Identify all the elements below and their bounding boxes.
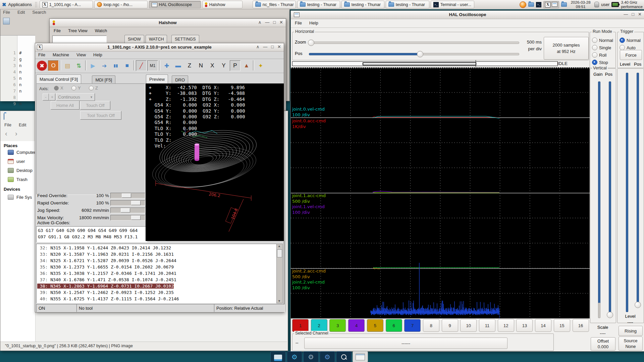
vertical-pos-slider[interactable] [609,81,611,315]
override-slider[interactable] [110,193,145,198]
halshow-tab-show[interactable]: SHOW [124,35,144,43]
zoom-slider[interactable] [309,42,519,44]
scope-menu-file[interactable]: File [295,20,302,25]
gain-slider-lower[interactable] [598,303,600,318]
channel-button-15[interactable]: 15 [554,319,570,332]
channel-button-11[interactable]: 11 [479,319,495,332]
stop-icon[interactable]: ■ [122,60,132,71]
sidebar-item-desktop[interactable]: Desktop [8,168,33,173]
home-all-button[interactable]: Home All [51,101,79,110]
run-mode-normal[interactable]: Normal [592,38,613,43]
user-menu[interactable]: user [601,2,609,7]
channel-button-5[interactable]: 5 [367,319,383,332]
scope-menu-help[interactable]: Help [309,20,318,25]
editor-toolbar-icon[interactable] [3,18,10,24]
trigger-mode-normal[interactable]: Normal [620,38,641,43]
samples-button[interactable]: 2000 samplesat 952 Hz [544,37,589,60]
trigger-edge-button[interactable]: Rising [619,326,643,336]
channel-button-4[interactable]: 4 [348,319,365,332]
halshow-tab-settings[interactable]: SETTINGS [171,35,199,43]
trigger-pos-slider-handle[interactable] [635,302,641,308]
jog-minus-button[interactable]: - [43,94,49,101]
halshow-menu-file[interactable]: File [54,28,61,33]
editor-menu-search[interactable]: Search [32,10,46,15]
trigger-mode-auto[interactable]: Auto [620,45,636,50]
axis-menu-machine[interactable]: Machine [53,52,69,57]
run-mode-roll[interactable]: Roll [592,52,606,58]
zoom-out-icon[interactable]: ▬ [173,60,183,71]
tray-terminal-icon[interactable]: >_ [536,2,541,7]
rotate-view-icon[interactable]: ▲ [241,60,252,71]
channel-button-8[interactable]: 8 [423,319,439,332]
gain-slider[interactable] [598,81,600,303]
jog-plus-button[interactable]: + [49,94,55,101]
gcode-line[interactable]: 34: N325 X-1.6721 Y-1.5287 Z0.0039 I-0.0… [37,257,179,264]
tray-axis-icon[interactable]: X [545,2,550,7]
override-slider-handle[interactable] [122,193,131,198]
skip-lines-icon[interactable]: ╱ [136,60,147,71]
cpu-frequency[interactable]: 3.40 GHzperformance [621,0,643,9]
halshow-tab-watch[interactable]: WATCH [146,35,167,43]
zoom-slider-handle[interactable] [308,40,314,46]
vertical-pos-slider-handle[interactable] [607,312,613,318]
force-trigger-button[interactable]: Force [620,50,642,60]
axis-window-controls[interactable]: ∧—□✕ [256,44,281,49]
scroll-up-icon[interactable]: ▲ [278,244,281,248]
mouse-icon[interactable] [594,2,599,7]
window-icon[interactable] [353,351,368,362]
view-p-icon[interactable]: P [230,60,240,71]
reload-file-icon[interactable]: ⇅ [73,60,84,71]
axis-menu-file[interactable]: File [38,52,45,57]
clock[interactable]: 2026-03-2809:51 [569,0,592,9]
halshow-window-controls[interactable]: ∧—□✕ [258,20,283,25]
channel-button-16[interactable]: 16 [573,319,589,332]
taskbar-button[interactable]: X1_1001.ngc - A... [40,1,93,8]
channel-button-12[interactable]: 12 [498,319,514,332]
view-y-icon[interactable]: Y [218,60,229,71]
axis-menu-help[interactable]: Help [93,52,102,57]
gcode-listing[interactable]: 32: N315 X-1.1958 Y-1.6244 Z0.0423 I0.24… [36,244,277,303]
tray-window-icon[interactable] [552,2,557,7]
override-slider[interactable] [110,215,145,221]
taskbar-button[interactable]: testing - Thunar [341,1,384,8]
preview-area[interactable]: ⌖ X: -42.570 DTG X: 9.896 ⌖ Y: -38.083 D… [146,83,284,241]
run-mode-single[interactable]: Single [592,45,611,50]
tray-folder-icon2[interactable] [561,2,567,7]
search-icon[interactable] [336,351,352,362]
sidebar-item-file-sys[interactable]: File Sys [8,195,32,200]
editor-menu-file[interactable]: File [3,10,10,15]
optional-stop-icon[interactable]: M1 [147,60,158,71]
taskbar-button[interactable]: HAL Oscilloscope [149,1,201,8]
sidebar-item-user[interactable]: user [8,159,25,164]
taskbar-button[interactable]: loop.ngc - /ho... [94,1,148,8]
halshow-menu-tree-view[interactable]: Tree View [68,28,88,33]
channel-button-14[interactable]: 14 [535,319,551,332]
override-slider[interactable] [110,207,145,213]
sidebar-item-trash[interactable]: Trash [8,177,28,182]
file-manager-icon[interactable] [270,351,286,362]
taskbar-button[interactable]: testing - Thunar [386,1,429,8]
gear-blue-icon[interactable]: ⚙ [320,351,335,362]
channel-button-2[interactable]: 2 [311,319,327,332]
scrollbar-thumb[interactable] [277,249,282,257]
gcode-line[interactable]: 39: N350 X-1.2547 Y-1.2462 Z-0.0923 I-0.… [37,289,179,296]
jog-mode-dropdown[interactable]: Continuous▼ [56,93,95,101]
taskbar-button[interactable]: testing - Thunar [297,1,340,8]
channel-button-3[interactable]: 3 [329,319,346,332]
thunar-menu-edit[interactable]: Edit [19,122,26,127]
step-icon[interactable]: ➔ [99,60,110,71]
view-x-icon[interactable]: X [207,60,218,71]
zoom-in-icon[interactable]: ✚ [161,60,172,71]
gcode-line[interactable]: 37: N340 X-1.6786 Y-1.471 Z-0.0538 I-0.1… [37,277,179,283]
halshow-menu-watch[interactable]: Watch [95,28,107,33]
battery-icon[interactable] [611,2,619,7]
editor-menu-edit[interactable]: Edit [17,10,25,15]
channel-button-9[interactable]: 9 [442,319,458,332]
gcode-line[interactable]: 40: N355 X-1.6725 Y-1.4137 Z-0.1115 I-0.… [37,296,179,302]
tab-manual-control-f3-[interactable]: Manual Control [F3] [36,74,81,84]
editor-text-area[interactable]: 1#2g3n4n5n6n7n89n [0,35,35,101]
selected-channel-button[interactable]: ------ [304,338,507,349]
sidebar-item-computer[interactable]: Computer [8,150,36,155]
axis-radio-z[interactable]: Z [89,85,98,90]
override-slider[interactable] [110,200,145,206]
